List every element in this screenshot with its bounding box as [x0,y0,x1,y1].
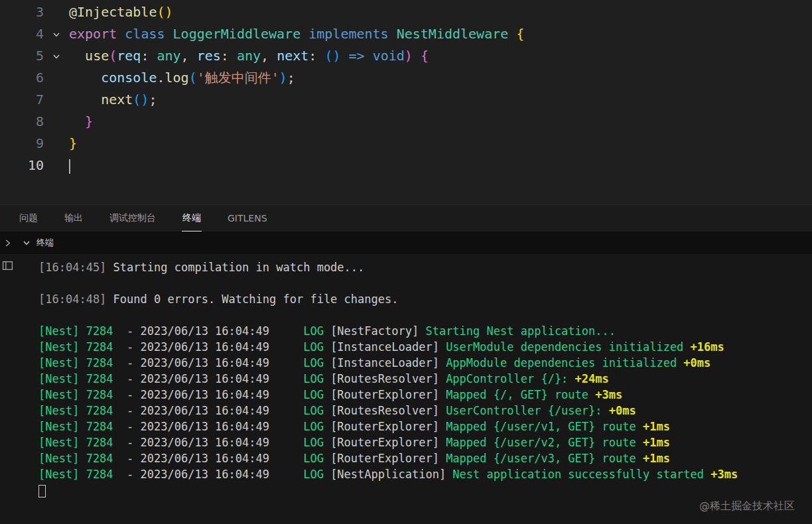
text-segment: [InstanceLoader] [324,356,446,369]
text-segment: Mapped {/user/v1, GET} route [446,420,636,433]
text-segment: ) [279,70,287,86]
text-segment: void [373,48,405,64]
text-segment: ( [109,48,117,64]
terminal-output[interactable]: [16:04:45] Starting compilation in watch… [0,254,812,524]
terminal-line: [Nest] 7284 - 2023/06/13 16:04:49 LOG [I… [38,339,812,355]
terminal-line: [16:04:45] Starting compilation in watch… [38,259,812,275]
code-text [69,155,70,176]
line-number: 8 [0,111,44,133]
code-line: 9} [0,133,812,155]
terminal-section-header[interactable]: 终端 [0,231,812,254]
line-number: 10 [0,155,44,176]
tab-terminal[interactable]: 终端 [182,205,202,231]
text-segment: any [237,48,261,64]
code-text: @Injectable() [69,1,173,23]
tab-problems[interactable]: 问题 [19,205,38,231]
text-segment: - 2023/06/13 16:04:49 [113,468,304,481]
bottom-panel: 问题输出调试控制台终端GITLENS 终端 [16:04:45] Startin… [0,204,812,524]
chevron-right-icon[interactable] [3,239,12,247]
panel-layout-icon[interactable] [2,260,13,271]
text-segment: [RouterExplorer] [324,420,446,433]
code-text: console.log('触发中间件'); [69,67,295,89]
text-segment: +0ms [602,404,636,417]
tab-debug-console[interactable]: 调试控制台 [109,205,157,231]
text-segment: UserController {/user}: [446,404,602,417]
text-segment: . [157,70,165,86]
text-segment: any [157,48,180,64]
terminal-prompt-line[interactable] [38,482,812,498]
code-line: 3@Injectable() [0,1,812,23]
text-segment: Found 0 errors. Watching for file change… [106,293,398,306]
text-segment: () [157,4,172,20]
code-editor[interactable]: 3@Injectable()4export class LoggerMiddle… [0,0,812,204]
text-segment: [NestApplication] [324,468,452,481]
code-line: 10 [0,155,812,176]
terminal-line: [Nest] 7284 - 2023/06/13 16:04:49 LOG [N… [38,466,812,482]
chevron-down-icon[interactable] [23,239,31,247]
editor-cursor [69,159,70,174]
text-segment: console [101,70,157,86]
text-segment: req [117,48,141,64]
text-segment: next [101,92,133,107]
text-segment: () [324,48,340,64]
text-segment: [Nest] 7284 [38,436,113,449]
text-segment: implements [308,26,396,42]
fold-chevron-icon[interactable] [44,45,69,67]
text-segment: @Injectable [69,4,157,20]
text-segment: LOG [303,356,324,369]
line-number: 6 [0,67,44,89]
text-segment: - 2023/06/13 16:04:49 [113,372,304,385]
line-number: 9 [0,133,44,155]
line-number: 7 [0,89,44,111]
text-segment: [RoutesResolver] [324,372,446,385]
line-number: 4 [0,23,44,45]
code-lines: 3@Injectable()4export class LoggerMiddle… [0,1,812,176]
text-segment: +1ms [636,452,670,465]
text-segment [69,92,101,107]
terminal-line: [Nest] 7284 - 2023/06/13 16:04:49 LOG [N… [38,323,812,339]
text-segment: LOG [303,324,324,338]
code-text: export class LoggerMiddleware implements… [69,23,524,45]
text-segment: res [197,48,221,64]
text-segment: log [165,70,189,86]
text-segment: +24ms [568,372,608,385]
text-segment: : [141,48,157,64]
text-segment: ; [149,92,157,107]
text-segment: [16:04:45] [38,261,106,274]
text-segment: [Nest] 7284 [38,372,113,385]
text-segment: +0ms [677,356,710,369]
code-line: 8 } [0,111,812,133]
text-segment: export [69,26,125,42]
fold-chevron-icon[interactable] [44,23,69,45]
terminal-line: [Nest] 7284 - 2023/06/13 16:04:49 LOG [R… [38,450,812,466]
text-segment: - 2023/06/13 16:04:49 [113,420,304,433]
text-segment: , [181,48,197,64]
text-segment: [RouterExplorer] [324,452,446,465]
tab-output[interactable]: 输出 [64,205,84,231]
text-segment: +3ms [704,468,738,481]
gutter-spacer [44,1,69,23]
code-text: } [69,133,77,155]
terminal-line: [Nest] 7284 - 2023/06/13 16:04:49 LOG [R… [38,434,812,450]
terminal-cursor [38,485,46,497]
panel-tab-bar: 问题输出调试控制台终端GITLENS [0,205,812,231]
text-segment: class [125,26,172,42]
text-segment: : [308,48,324,64]
text-segment: () [133,92,149,107]
text-segment: Mapped {/user/v3, GET} route [446,452,636,465]
text-segment: [Nest] 7284 [38,324,113,338]
text-segment: } [69,135,77,151]
text-segment: LOG [303,372,324,385]
text-segment [69,48,85,64]
text-segment: LOG [303,388,324,401]
terminal-section-label: 终端 [36,237,54,249]
text-segment: Mapped {/, GET} route [446,388,588,401]
text-segment: LOG [303,452,324,465]
terminal-line: [16:04:48] Found 0 errors. Watching for … [38,291,812,307]
terminal-line: [Nest] 7284 - 2023/06/13 16:04:49 LOG [I… [38,355,812,371]
text-segment: ( [189,70,197,86]
text-segment: [Nest] 7284 [38,404,113,417]
line-number: 3 [0,1,44,23]
text-segment: [Nest] 7284 [38,356,113,369]
tab-gitlens[interactable]: GITLENS [227,205,268,231]
